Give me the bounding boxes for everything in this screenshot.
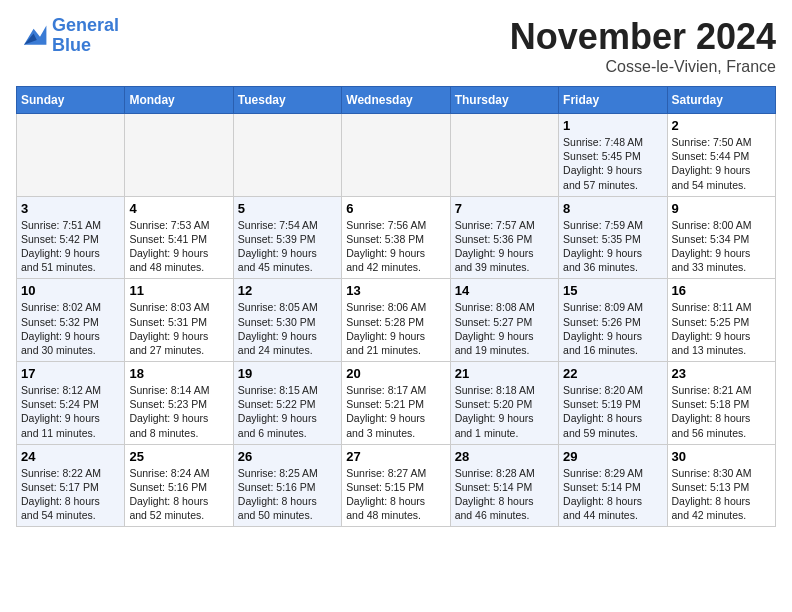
calendar-cell: 14Sunrise: 8:08 AM Sunset: 5:27 PM Dayli… (450, 279, 558, 362)
calendar-table: SundayMondayTuesdayWednesdayThursdayFrid… (16, 86, 776, 527)
weekday-header-tuesday: Tuesday (233, 87, 341, 114)
calendar-cell: 4Sunrise: 7:53 AM Sunset: 5:41 PM Daylig… (125, 196, 233, 279)
day-info: Sunrise: 7:53 AM Sunset: 5:41 PM Dayligh… (129, 218, 228, 275)
day-number: 5 (238, 201, 337, 216)
day-number: 13 (346, 283, 445, 298)
day-number: 11 (129, 283, 228, 298)
day-info: Sunrise: 8:06 AM Sunset: 5:28 PM Dayligh… (346, 300, 445, 357)
calendar-cell: 21Sunrise: 8:18 AM Sunset: 5:20 PM Dayli… (450, 362, 558, 445)
calendar-cell: 19Sunrise: 8:15 AM Sunset: 5:22 PM Dayli… (233, 362, 341, 445)
day-info: Sunrise: 8:08 AM Sunset: 5:27 PM Dayligh… (455, 300, 554, 357)
calendar-cell: 20Sunrise: 8:17 AM Sunset: 5:21 PM Dayli… (342, 362, 450, 445)
day-info: Sunrise: 8:30 AM Sunset: 5:13 PM Dayligh… (672, 466, 771, 523)
day-info: Sunrise: 8:24 AM Sunset: 5:16 PM Dayligh… (129, 466, 228, 523)
calendar-cell: 9Sunrise: 8:00 AM Sunset: 5:34 PM Daylig… (667, 196, 775, 279)
day-info: Sunrise: 8:09 AM Sunset: 5:26 PM Dayligh… (563, 300, 662, 357)
weekday-header-thursday: Thursday (450, 87, 558, 114)
calendar-cell: 5Sunrise: 7:54 AM Sunset: 5:39 PM Daylig… (233, 196, 341, 279)
calendar-cell: 17Sunrise: 8:12 AM Sunset: 5:24 PM Dayli… (17, 362, 125, 445)
day-number: 1 (563, 118, 662, 133)
week-row-2: 3Sunrise: 7:51 AM Sunset: 5:42 PM Daylig… (17, 196, 776, 279)
calendar-cell: 23Sunrise: 8:21 AM Sunset: 5:18 PM Dayli… (667, 362, 775, 445)
day-number: 7 (455, 201, 554, 216)
day-info: Sunrise: 8:05 AM Sunset: 5:30 PM Dayligh… (238, 300, 337, 357)
calendar-cell: 6Sunrise: 7:56 AM Sunset: 5:38 PM Daylig… (342, 196, 450, 279)
logo-icon (16, 22, 48, 50)
day-info: Sunrise: 7:54 AM Sunset: 5:39 PM Dayligh… (238, 218, 337, 275)
logo-blue: Blue (52, 35, 91, 55)
day-info: Sunrise: 8:25 AM Sunset: 5:16 PM Dayligh… (238, 466, 337, 523)
calendar-cell: 16Sunrise: 8:11 AM Sunset: 5:25 PM Dayli… (667, 279, 775, 362)
week-row-1: 1Sunrise: 7:48 AM Sunset: 5:45 PM Daylig… (17, 114, 776, 197)
calendar-cell: 26Sunrise: 8:25 AM Sunset: 5:16 PM Dayli… (233, 444, 341, 527)
day-info: Sunrise: 8:03 AM Sunset: 5:31 PM Dayligh… (129, 300, 228, 357)
calendar-cell: 30Sunrise: 8:30 AM Sunset: 5:13 PM Dayli… (667, 444, 775, 527)
calendar-cell: 1Sunrise: 7:48 AM Sunset: 5:45 PM Daylig… (559, 114, 667, 197)
weekday-header-row: SundayMondayTuesdayWednesdayThursdayFrid… (17, 87, 776, 114)
calendar-cell: 11Sunrise: 8:03 AM Sunset: 5:31 PM Dayli… (125, 279, 233, 362)
day-number: 2 (672, 118, 771, 133)
calendar-cell: 25Sunrise: 8:24 AM Sunset: 5:16 PM Dayli… (125, 444, 233, 527)
day-info: Sunrise: 7:57 AM Sunset: 5:36 PM Dayligh… (455, 218, 554, 275)
day-info: Sunrise: 8:27 AM Sunset: 5:15 PM Dayligh… (346, 466, 445, 523)
day-number: 12 (238, 283, 337, 298)
day-info: Sunrise: 8:22 AM Sunset: 5:17 PM Dayligh… (21, 466, 120, 523)
day-info: Sunrise: 7:50 AM Sunset: 5:44 PM Dayligh… (672, 135, 771, 192)
calendar-cell (233, 114, 341, 197)
calendar-cell: 3Sunrise: 7:51 AM Sunset: 5:42 PM Daylig… (17, 196, 125, 279)
day-number: 26 (238, 449, 337, 464)
day-info: Sunrise: 8:14 AM Sunset: 5:23 PM Dayligh… (129, 383, 228, 440)
day-info: Sunrise: 8:18 AM Sunset: 5:20 PM Dayligh… (455, 383, 554, 440)
day-number: 16 (672, 283, 771, 298)
week-row-5: 24Sunrise: 8:22 AM Sunset: 5:17 PM Dayli… (17, 444, 776, 527)
day-info: Sunrise: 8:29 AM Sunset: 5:14 PM Dayligh… (563, 466, 662, 523)
day-info: Sunrise: 7:56 AM Sunset: 5:38 PM Dayligh… (346, 218, 445, 275)
calendar-cell: 29Sunrise: 8:29 AM Sunset: 5:14 PM Dayli… (559, 444, 667, 527)
logo-general: General (52, 15, 119, 35)
calendar-cell: 15Sunrise: 8:09 AM Sunset: 5:26 PM Dayli… (559, 279, 667, 362)
day-info: Sunrise: 8:15 AM Sunset: 5:22 PM Dayligh… (238, 383, 337, 440)
weekday-header-monday: Monday (125, 87, 233, 114)
calendar-cell: 7Sunrise: 7:57 AM Sunset: 5:36 PM Daylig… (450, 196, 558, 279)
calendar-cell: 10Sunrise: 8:02 AM Sunset: 5:32 PM Dayli… (17, 279, 125, 362)
day-info: Sunrise: 8:17 AM Sunset: 5:21 PM Dayligh… (346, 383, 445, 440)
location: Cosse-le-Vivien, France (510, 58, 776, 76)
calendar-cell (342, 114, 450, 197)
day-number: 4 (129, 201, 228, 216)
week-row-4: 17Sunrise: 8:12 AM Sunset: 5:24 PM Dayli… (17, 362, 776, 445)
calendar-cell: 2Sunrise: 7:50 AM Sunset: 5:44 PM Daylig… (667, 114, 775, 197)
day-info: Sunrise: 7:51 AM Sunset: 5:42 PM Dayligh… (21, 218, 120, 275)
day-number: 19 (238, 366, 337, 381)
day-number: 24 (21, 449, 120, 464)
calendar-cell: 28Sunrise: 8:28 AM Sunset: 5:14 PM Dayli… (450, 444, 558, 527)
day-info: Sunrise: 7:48 AM Sunset: 5:45 PM Dayligh… (563, 135, 662, 192)
day-number: 8 (563, 201, 662, 216)
day-number: 10 (21, 283, 120, 298)
day-info: Sunrise: 8:02 AM Sunset: 5:32 PM Dayligh… (21, 300, 120, 357)
day-number: 21 (455, 366, 554, 381)
day-number: 27 (346, 449, 445, 464)
day-number: 9 (672, 201, 771, 216)
day-number: 15 (563, 283, 662, 298)
day-info: Sunrise: 8:28 AM Sunset: 5:14 PM Dayligh… (455, 466, 554, 523)
day-number: 18 (129, 366, 228, 381)
calendar-cell (125, 114, 233, 197)
day-info: Sunrise: 8:20 AM Sunset: 5:19 PM Dayligh… (563, 383, 662, 440)
day-info: Sunrise: 8:00 AM Sunset: 5:34 PM Dayligh… (672, 218, 771, 275)
day-number: 3 (21, 201, 120, 216)
day-number: 29 (563, 449, 662, 464)
month-title: November 2024 (510, 16, 776, 58)
day-info: Sunrise: 7:59 AM Sunset: 5:35 PM Dayligh… (563, 218, 662, 275)
calendar-cell: 22Sunrise: 8:20 AM Sunset: 5:19 PM Dayli… (559, 362, 667, 445)
title-area: November 2024 Cosse-le-Vivien, France (510, 16, 776, 76)
logo: General Blue (16, 16, 119, 56)
week-row-3: 10Sunrise: 8:02 AM Sunset: 5:32 PM Dayli… (17, 279, 776, 362)
weekday-header-saturday: Saturday (667, 87, 775, 114)
weekday-header-wednesday: Wednesday (342, 87, 450, 114)
day-info: Sunrise: 8:11 AM Sunset: 5:25 PM Dayligh… (672, 300, 771, 357)
calendar-cell (17, 114, 125, 197)
calendar-cell: 12Sunrise: 8:05 AM Sunset: 5:30 PM Dayli… (233, 279, 341, 362)
day-number: 23 (672, 366, 771, 381)
day-number: 22 (563, 366, 662, 381)
calendar-cell: 24Sunrise: 8:22 AM Sunset: 5:17 PM Dayli… (17, 444, 125, 527)
